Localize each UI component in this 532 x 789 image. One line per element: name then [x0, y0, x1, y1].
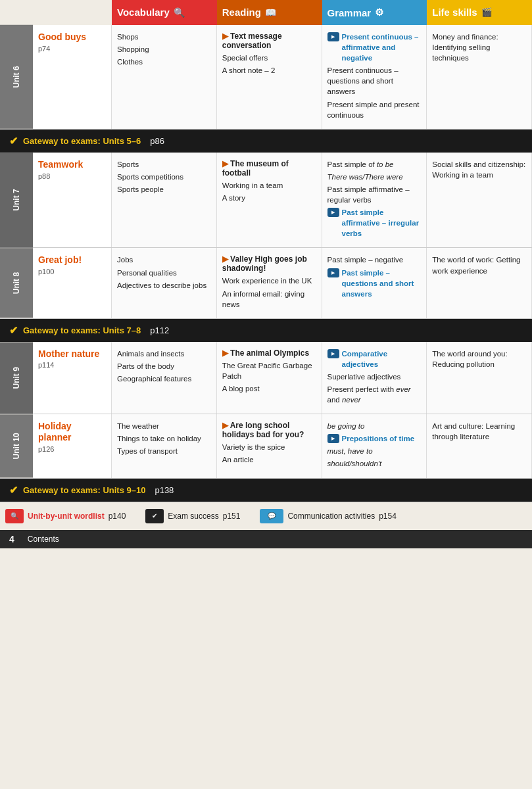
unit-9-reading: The animal Olympics The Great Pacific Ga… — [217, 342, 322, 414]
unit-6-reading: Text message conversation Special offers… — [217, 25, 322, 129]
vocab-item: Things to take on holiday — [117, 433, 211, 444]
grammar-item: be going to — [327, 421, 422, 431]
unit-10-title-col: Holiday planner p126 — [33, 414, 112, 477]
gateway-label: Gateway to exams: Units 7–8 — [23, 325, 141, 335]
unit-8-title-col: Great job! p100 — [33, 248, 112, 318]
vocab-item: Clothes — [117, 57, 211, 67]
grammar-highlight-text: Comparative adjectives — [342, 348, 422, 370]
unit-7-title-col: Teamwork p88 — [33, 153, 112, 248]
grammar-label: Grammar — [327, 7, 372, 18]
lifeskills-text: Art and culture: Learning through litera… — [432, 421, 526, 442]
unit-8-grammar: Past simple – negative ▶ Past simple – q… — [322, 248, 427, 318]
gateway-78: ✔ Gateway to exams: Units 7–8 p112 — [0, 319, 532, 342]
unit-7-title: Teamwork — [38, 159, 106, 170]
grammar-highlight: ▶ Comparative adjectives — [327, 348, 422, 370]
page-number-bar: 4 Contents — [0, 530, 532, 548]
grammar-item: Superlative adjectives — [327, 371, 422, 382]
gateway-check-icon: ✔ — [9, 135, 18, 147]
lifeskills-text: The world around you: Reducing pollution — [432, 348, 526, 370]
reading-item: The Great Pacific Garbage Patch — [222, 360, 316, 381]
unit-6-vocab: Shops Shopping Clothes — [112, 25, 217, 129]
unit-6-page: p74 — [38, 45, 106, 53]
unit-10-vocab: The weather Things to take on holiday Ty… — [112, 414, 217, 477]
unit-8-label: Unit 8 — [0, 248, 33, 318]
footer: 🔍 Unit-by-unit wordlist p140 ✔ Exam succ… — [0, 502, 532, 530]
reading-title: Are long school holidays bad for you? — [222, 421, 316, 439]
unit-10-grammar: be going to ▶ Prepositions of time must,… — [322, 414, 427, 477]
page-section: Contents — [28, 535, 59, 544]
unit-6-label: Unit 6 — [0, 25, 33, 129]
unit-9-vocab: Animals and insects Parts of the body Ge… — [112, 342, 217, 414]
unit-8-title: Great job! — [38, 254, 106, 266]
grammar-item: Present perfect with ever and never — [327, 384, 422, 405]
comm-page: p154 — [379, 512, 397, 521]
reading-item: Working in a team — [222, 180, 316, 191]
vocab-item: Shopping — [117, 44, 211, 55]
grammar-item: Past simple – negative — [327, 254, 422, 265]
gateway-910: ✔ Gateway to exams: Units 9–10 p138 — [0, 479, 532, 502]
grammar-highlight: ▶ Present continuous – affirmative and n… — [327, 32, 422, 63]
lifeskills-icon: 🎬 — [481, 7, 492, 17]
unit-6-grammar: ▶ Present continuous – affirmative and n… — [322, 25, 427, 129]
unit-8-reading: Valley High goes job shadowing! Work exp… — [217, 248, 322, 318]
reading-item: Special offers — [222, 53, 316, 63]
reading-title: Valley High goes job shadowing! — [222, 254, 316, 273]
grammar-header: Grammar ⚙ — [322, 0, 427, 25]
lifeskills-text: Social skills and citizenship: Working i… — [432, 159, 526, 180]
vocab-item: Shops — [117, 32, 211, 42]
wordlist-icon: 🔍 — [5, 509, 24, 523]
unit-10-page: p126 — [38, 445, 106, 453]
footer-comm: 💬 Communication activities p154 — [260, 509, 396, 523]
unit-row-6: Unit 6 Good buys p74 Shops Shopping Clot… — [0, 25, 532, 130]
reading-title: The animal Olympics — [222, 348, 316, 358]
header-row: Vocabulary 🔍 Reading 📖 Grammar ⚙ Life sk… — [0, 0, 532, 25]
unit-row-10: Unit 10 Holiday planner p126 The weather… — [0, 414, 532, 478]
unit-10-lifeskills: Art and culture: Learning through litera… — [427, 414, 532, 477]
vocab-item: Sports people — [117, 184, 211, 195]
unit-10-title: Holiday planner — [38, 421, 106, 443]
grammar-item: should/shouldn't — [327, 458, 422, 469]
reading-item: Variety is the spice — [222, 442, 316, 452]
reading-item: A blog post — [222, 383, 316, 394]
video-icon: ▶ — [327, 434, 339, 443]
unit-7-label: Unit 7 — [0, 153, 33, 248]
unit-9-grammar: ▶ Comparative adjectives Superlative adj… — [322, 342, 427, 414]
vocab-item: Geographical features — [117, 373, 211, 384]
gateway-page: p112 — [150, 325, 169, 335]
unit-10-reading: Are long school holidays bad for you? Va… — [217, 414, 322, 477]
vocab-item: The weather — [117, 421, 211, 431]
gateway-label: Gateway to exams: Units 5–6 — [23, 136, 141, 146]
gateway-check-icon: ✔ — [9, 324, 18, 337]
unit-6-lifeskills: Money and finance: Identifying selling t… — [427, 25, 532, 129]
unit-6-title: Good buys — [38, 32, 106, 43]
grammar-item: must, have to — [327, 446, 422, 456]
unit-8-page: p100 — [38, 268, 106, 275]
vocab-icon: 🔍 — [174, 7, 185, 18]
unit-9-lifeskills: The world around you: Reducing pollution — [427, 342, 532, 414]
wordlist-label: Unit-by-unit wordlist — [28, 512, 105, 521]
vocab-item: Types of transport — [117, 446, 211, 456]
vocab-item: Adjectives to describe jobs — [117, 280, 211, 291]
footer-wordlist: 🔍 Unit-by-unit wordlist p140 — [5, 509, 126, 523]
vocab-label: Vocabulary — [117, 7, 170, 18]
grammar-highlight-text: Past simple affirmative – irregular verb… — [342, 207, 422, 239]
grammar-highlight: ▶ Prepositions of time — [327, 433, 422, 444]
grammar-highlight-text: Past simple – questions and short answer… — [342, 268, 422, 299]
gateway-page: p86 — [150, 136, 164, 146]
gateway-page: p138 — [155, 485, 174, 495]
page-wrapper: Vocabulary 🔍 Reading 📖 Grammar ⚙ Life sk… — [0, 0, 532, 548]
unit-7-vocab: Sports Sports competitions Sports people — [112, 153, 217, 248]
unit-8-lifeskills: The world of work: Getting work experien… — [427, 248, 532, 318]
reading-item: An informal email: giving news — [222, 289, 316, 310]
grammar-highlight-text: Prepositions of time — [342, 433, 415, 444]
reading-item: A short note – 2 — [222, 65, 316, 76]
comm-label: Communication activities — [287, 512, 375, 521]
unit-row-9: Unit 9 Mother nature p114 Animals and in… — [0, 342, 532, 414]
unit-9-title-col: Mother nature p114 — [33, 342, 112, 414]
unit-9-label: Unit 9 — [0, 342, 33, 414]
grammar-highlight-text: Present continuous – affirmative and neg… — [342, 32, 422, 63]
footer-exam: ✔ Exam success p151 — [145, 509, 240, 523]
unit-7-lifeskills: Social skills and citizenship: Working i… — [427, 153, 532, 248]
reading-item: A story — [222, 193, 316, 203]
grammar-item: Past simple affirmative – regular verbs — [327, 184, 422, 205]
